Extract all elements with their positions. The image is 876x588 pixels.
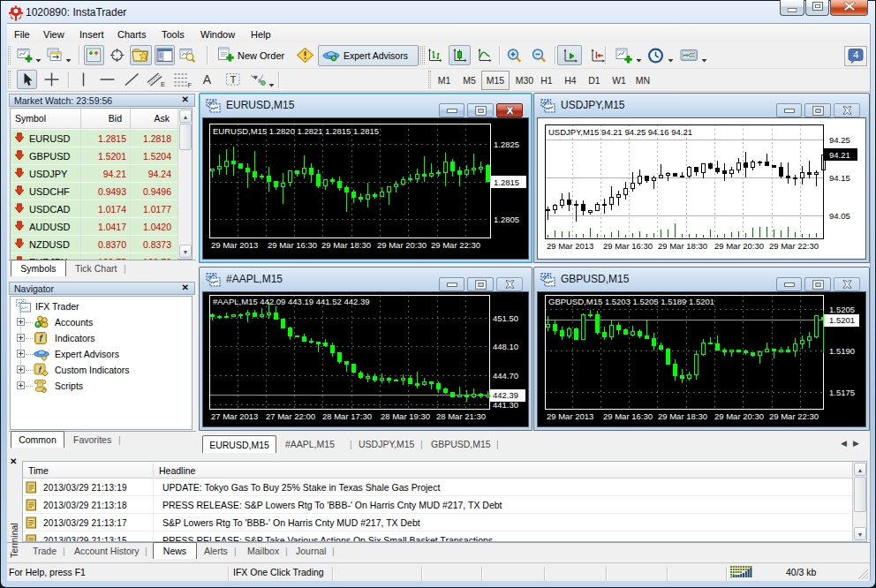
svg-text:94.15: 94.15 bbox=[829, 173, 850, 183]
svg-text:451.50: 451.50 bbox=[493, 313, 518, 323]
svg-text:1.2825: 1.2825 bbox=[494, 139, 519, 149]
svg-text:29 Mar 18:30: 29 Mar 18:30 bbox=[658, 411, 707, 421]
svg-text:442.39: 442.39 bbox=[493, 390, 518, 400]
svg-text:F: F bbox=[188, 81, 193, 88]
svg-text:E: E bbox=[161, 80, 165, 88]
svg-text:1.5190: 1.5190 bbox=[829, 346, 855, 356]
svg-text:T: T bbox=[230, 74, 236, 85]
svg-text:29 Mar 2013: 29 Mar 2013 bbox=[547, 241, 593, 251]
svg-text:4: 4 bbox=[853, 49, 859, 60]
svg-text:GBPUSD,M15 1.5203 1.5205 1.51: GBPUSD,M15 1.5203 1.5205 1.5189 1.5201 bbox=[548, 297, 714, 306]
svg-text:29 Mar 20:30: 29 Mar 20:30 bbox=[714, 241, 764, 251]
svg-text:29 Mar 18:30: 29 Mar 18:30 bbox=[658, 241, 707, 251]
svg-text:28 Mar 17:30: 28 Mar 17:30 bbox=[322, 411, 372, 421]
svg-text:1.5175: 1.5175 bbox=[829, 388, 855, 397]
svg-text:27 Mar 2013: 27 Mar 2013 bbox=[211, 411, 258, 421]
svg-text:29 Mar 16:30: 29 Mar 16:30 bbox=[268, 240, 317, 250]
svg-text:29 Mar 20:30: 29 Mar 20:30 bbox=[714, 411, 764, 421]
svg-text:27 Mar 22:00: 27 Mar 22:00 bbox=[266, 411, 315, 421]
svg-text:29 Mar 16:30: 29 Mar 16:30 bbox=[603, 411, 653, 421]
svg-text:29 Mar 20:30: 29 Mar 20:30 bbox=[377, 240, 427, 250]
svg-text:29 Mar 2013: 29 Mar 2013 bbox=[211, 240, 258, 250]
svg-text:29 Mar 22:30: 29 Mar 22:30 bbox=[431, 240, 480, 250]
svg-text:1.2805: 1.2805 bbox=[494, 215, 519, 224]
svg-text:29 Mar 2013: 29 Mar 2013 bbox=[547, 411, 593, 421]
svg-text:1.5205: 1.5205 bbox=[829, 305, 855, 314]
svg-text:448.10: 448.10 bbox=[493, 342, 518, 351]
svg-text:EURUSD,M15 1.2820 1.2821 1.28: EURUSD,M15 1.2820 1.2821 1.2815 1.2815 bbox=[213, 126, 379, 136]
svg-text:A: A bbox=[202, 72, 211, 87]
svg-text:94.21: 94.21 bbox=[829, 150, 850, 160]
svg-text:94.05: 94.05 bbox=[829, 211, 850, 221]
svg-text:28 Mar 21:30: 28 Mar 21:30 bbox=[436, 411, 486, 421]
svg-text:94.25: 94.25 bbox=[829, 135, 850, 145]
svg-text:1.5201: 1.5201 bbox=[829, 315, 855, 325]
svg-text:29 Mar 16:30: 29 Mar 16:30 bbox=[603, 241, 653, 251]
svg-text:1.2815: 1.2815 bbox=[494, 177, 519, 187]
svg-text:#AAPL,M15 442.09 443.19 441.5: #AAPL,M15 442.09 443.19 441.52 442.39 bbox=[213, 297, 369, 306]
svg-text:USDJPY,M15 94.21 94.25 94.16: USDJPY,M15 94.21 94.25 94.16 94.21 bbox=[548, 127, 692, 137]
svg-text:28 Mar 19:30: 28 Mar 19:30 bbox=[381, 411, 430, 421]
svg-text:29 Mar 22:30: 29 Mar 22:30 bbox=[769, 411, 819, 421]
svg-text:444.70: 444.70 bbox=[493, 371, 518, 381]
svg-text:29 Mar 18:30: 29 Mar 18:30 bbox=[321, 240, 371, 250]
svg-text:29 Mar 22:30: 29 Mar 22:30 bbox=[769, 241, 819, 251]
